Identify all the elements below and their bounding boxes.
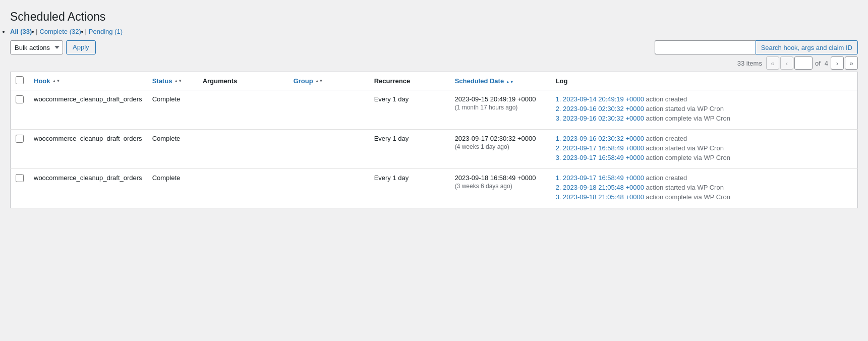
row-checkbox[interactable] (16, 135, 24, 143)
log-timestamp: 1. 2023-09-16 02:30:32 +0000 (556, 135, 646, 142)
search-button[interactable]: Search hook, args and claim ID (756, 40, 858, 54)
log-entry: 2. 2023-09-16 02:30:32 +0000 action star… (556, 105, 852, 112)
search-box: Search hook, args and claim ID (655, 40, 858, 54)
cell-status: Complete (147, 169, 198, 208)
pagination-total-pages: 4 (825, 60, 828, 67)
row-checkbox[interactable] (16, 174, 24, 182)
table-body: woocommerce_cleanup_draft_ordersComplete… (11, 90, 858, 208)
col-header-hook: Hook ▲▼ (29, 72, 147, 90)
cell-log: 1. 2023-09-14 20:49:19 +0000 action crea… (551, 90, 858, 130)
log-timestamp: 3. 2023-09-18 21:05:48 +0000 (556, 193, 646, 201)
tablenav-pagination-bar: 33 items « ‹ 1 of 4 › » (10, 56, 858, 70)
cell-scheduled-date: 2023-09-17 02:30:32 +0000(4 weeks 1 day … (450, 130, 551, 169)
col-header-scheduled-date: Scheduled Date ▲▼ (450, 72, 551, 90)
col-header-log: Log (551, 72, 858, 90)
cell-scheduled-date: 2023-09-15 20:49:19 +0000(1 month 17 hou… (450, 90, 551, 130)
table-row: woocommerce_cleanup_draft_ordersComplete… (11, 169, 858, 208)
filter-links: All (33) | Complete (32) | Pending (1) (10, 28, 858, 35)
sort-arrows-group: ▲▼ (315, 79, 323, 83)
pagination-last[interactable]: » (845, 56, 858, 70)
search-input[interactable] (655, 40, 756, 54)
log-action-text: action created (646, 174, 687, 182)
cell-recurrence: Every 1 day (369, 90, 450, 130)
sort-arrows-scheduled: ▲▼ (506, 80, 514, 84)
cell-hook: woocommerce_cleanup_draft_orders (29, 169, 147, 208)
table-row: woocommerce_cleanup_draft_ordersComplete… (11, 90, 858, 130)
scheduled-date-main: 2023-09-15 20:49:19 +0000 (455, 95, 546, 103)
sort-arrows-hook: ▲▼ (52, 79, 61, 83)
col-header-status: Status ▲▼ (147, 72, 198, 90)
log-entry: 3. 2023-09-16 02:30:32 +0000 action comp… (556, 115, 852, 122)
bulk-actions-select[interactable]: Bulk actions Delete (10, 40, 63, 54)
scheduled-date-main: 2023-09-17 02:30:32 +0000 (455, 135, 546, 142)
log-action-text: action complete via WP Cron (646, 115, 730, 122)
log-entry: 2. 2023-09-18 21:05:48 +0000 action star… (556, 184, 852, 191)
log-action-text: action started via WP Cron (646, 144, 724, 152)
log-entry: 3. 2023-09-18 21:05:48 +0000 action comp… (556, 193, 852, 201)
tablenav-right: Search hook, args and claim ID (655, 40, 858, 54)
log-timestamp: 2. 2023-09-18 21:05:48 +0000 (556, 184, 646, 191)
scheduled-date-relative: (3 weeks 6 days ago) (455, 183, 546, 190)
pagination-prev[interactable]: ‹ (780, 56, 793, 70)
apply-button[interactable]: Apply (66, 40, 96, 54)
cell-group (288, 90, 369, 130)
tablenav-top: Bulk actions Delete Apply Search hook, a… (10, 40, 858, 54)
log-entry: 1. 2023-09-14 20:49:19 +0000 action crea… (556, 95, 852, 103)
log-entry: 2. 2023-09-17 16:58:49 +0000 action star… (556, 144, 852, 152)
scheduled-date-relative: (1 month 17 hours ago) (455, 104, 546, 111)
cell-status: Complete (147, 90, 198, 130)
log-timestamp: 2. 2023-09-16 02:30:32 +0000 (556, 105, 646, 112)
scheduled-date-relative: (4 weeks 1 day ago) (455, 143, 546, 150)
scheduled-date-main: 2023-09-18 16:58:49 +0000 (455, 174, 546, 182)
col-header-recurrence: Recurrence (369, 72, 450, 90)
log-action-text: action complete via WP Cron (646, 154, 730, 161)
cell-group (288, 169, 369, 208)
log-entry: 1. 2023-09-16 02:30:32 +0000 action crea… (556, 135, 852, 142)
cell-arguments (198, 169, 288, 208)
table-row: woocommerce_cleanup_draft_ordersComplete… (11, 130, 858, 169)
col-header-group: Group ▲▼ (288, 72, 369, 90)
col-header-arguments: Arguments (198, 72, 288, 90)
cell-hook: woocommerce_cleanup_draft_orders (29, 90, 147, 130)
row-checkbox[interactable] (16, 95, 24, 103)
cell-arguments (198, 90, 288, 130)
cell-scheduled-date: 2023-09-18 16:58:49 +0000(3 weeks 6 days… (450, 169, 551, 208)
log-entry: 3. 2023-09-17 16:58:49 +0000 action comp… (556, 154, 852, 161)
cell-hook: woocommerce_cleanup_draft_orders (29, 130, 147, 169)
log-timestamp: 2. 2023-09-17 16:58:49 +0000 (556, 144, 646, 152)
pagination-current-page[interactable]: 1 (794, 56, 813, 70)
pagination-of-label: of (815, 60, 821, 67)
col-header-checkbox (11, 72, 29, 90)
log-action-text: action created (646, 135, 687, 142)
log-entry: 1. 2023-09-17 16:58:49 +0000 action crea… (556, 174, 852, 182)
cell-log: 1. 2023-09-16 02:30:32 +0000 action crea… (551, 130, 858, 169)
filter-pending[interactable]: Pending (1) (89, 28, 123, 35)
cell-recurrence: Every 1 day (369, 169, 450, 208)
bulk-actions: Bulk actions Delete (10, 40, 63, 54)
log-timestamp: 3. 2023-09-17 16:58:49 +0000 (556, 154, 646, 161)
tablenav-left: Bulk actions Delete Apply (10, 40, 96, 54)
table-header-row: Hook ▲▼ Status ▲▼ Arguments Group (11, 72, 858, 90)
cell-recurrence: Every 1 day (369, 130, 450, 169)
page-title: Scheduled Actions (10, 10, 858, 24)
sort-arrows-status: ▲▼ (174, 79, 182, 83)
log-timestamp: 3. 2023-09-16 02:30:32 +0000 (556, 115, 646, 122)
log-timestamp: 1. 2023-09-17 16:58:49 +0000 (556, 174, 646, 182)
select-all-checkbox[interactable] (16, 76, 24, 84)
cell-status: Complete (147, 130, 198, 169)
log-action-text: action complete via WP Cron (646, 193, 730, 201)
log-timestamp: 1. 2023-09-14 20:49:19 +0000 (556, 95, 646, 103)
log-action-text: action started via WP Cron (646, 105, 724, 112)
cell-arguments (198, 130, 288, 169)
log-action-text: action created (646, 95, 687, 103)
filter-all[interactable]: All (33) | (10, 28, 39, 35)
pagination-first[interactable]: « (766, 56, 779, 70)
actions-table: Hook ▲▼ Status ▲▼ Arguments Group (10, 72, 858, 208)
items-count: 33 items (737, 60, 762, 67)
cell-log: 1. 2023-09-17 16:58:49 +0000 action crea… (551, 169, 858, 208)
pagination-next[interactable]: › (831, 56, 844, 70)
pagination: « ‹ 1 of 4 › » (766, 56, 858, 70)
cell-group (288, 130, 369, 169)
log-action-text: action started via WP Cron (646, 184, 724, 191)
